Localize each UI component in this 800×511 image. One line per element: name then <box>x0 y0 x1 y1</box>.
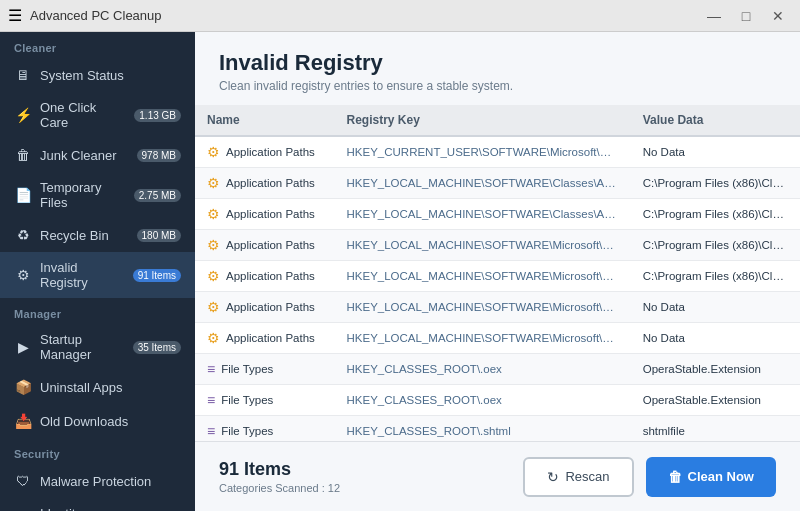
cell-value-data: shtmlfile <box>631 416 800 442</box>
recycle-bin-badge: 180 MB <box>137 229 181 242</box>
cell-value-data: No Data <box>631 292 800 323</box>
page-title: Invalid Registry <box>219 50 776 76</box>
startup-manager-label: Startup Manager <box>40 332 125 362</box>
cell-registry-key: HKEY_LOCAL_MACHINE\SOFTWARE\Microsoft\Wi… <box>335 292 631 323</box>
titlebar: ☰ Advanced PC Cleanup — □ ✕ <box>0 0 800 32</box>
categories-scanned: Categories Scanned : 12 <box>219 482 340 494</box>
row-name-text: Application Paths <box>226 332 315 344</box>
col-name: Name <box>195 105 335 136</box>
startup-manager-icon: ▶ <box>14 338 32 356</box>
row-icon: ⚙ <box>207 206 220 222</box>
cell-registry-key: HKEY_LOCAL_MACHINE\SOFTWARE\Classes\Appl… <box>335 168 631 199</box>
system-status-icon: 🖥 <box>14 66 32 84</box>
table-row: ⚙ Application Paths HKEY_LOCAL_MACHINE\S… <box>195 323 800 354</box>
junk-cleaner-badge: 978 MB <box>137 149 181 162</box>
sidebar-item-junk-cleaner[interactable]: 🗑 Junk Cleaner 978 MB <box>0 138 195 172</box>
uninstall-apps-label: Uninstall Apps <box>40 380 181 395</box>
maximize-button[interactable]: □ <box>732 5 760 27</box>
row-name-text: Application Paths <box>226 301 315 313</box>
sidebar-item-malware-protection[interactable]: 🛡 Malware Protection <box>0 464 195 498</box>
row-name-text: File Types <box>221 425 273 437</box>
minimize-button[interactable]: — <box>700 5 728 27</box>
row-name-text: Application Paths <box>226 208 315 220</box>
row-icon: ⚙ <box>207 175 220 191</box>
page-subtitle: Clean invalid registry entries to ensure… <box>219 79 776 93</box>
cell-registry-key: HKEY_LOCAL_MACHINE\SOFTWARE\Classes\Appl… <box>335 199 631 230</box>
app-title: Advanced PC Cleanup <box>30 8 162 23</box>
cell-registry-key: HKEY_CLASSES_ROOT\.oex <box>335 385 631 416</box>
registry-table-container[interactable]: Name Registry Key Value Data ⚙ Applicati… <box>195 105 800 441</box>
window-controls: — □ ✕ <box>700 5 792 27</box>
content-area: Invalid Registry Clean invalid registry … <box>195 32 800 511</box>
rescan-label: Rescan <box>565 469 609 484</box>
old-downloads-icon: 📥 <box>14 412 32 430</box>
temporary-files-badge: 2.75 MB <box>134 189 181 202</box>
sidebar-item-one-click-care[interactable]: ⚡ One Click Care 1.13 GB <box>0 92 195 138</box>
sidebar-item-temporary-files[interactable]: 📄 Temporary Files 2.75 MB <box>0 172 195 218</box>
content-header: Invalid Registry Clean invalid registry … <box>195 32 800 105</box>
row-icon: ≡ <box>207 423 215 439</box>
manager-section-label: Manager <box>0 298 195 324</box>
cell-name: ≡ File Types <box>195 416 335 442</box>
footer-info: 91 Items Categories Scanned : 12 <box>219 459 340 494</box>
clean-now-button[interactable]: 🗑 Clean Now <box>646 457 776 497</box>
table-row: ⚙ Application Paths HKEY_LOCAL_MACHINE\S… <box>195 261 800 292</box>
recycle-bin-label: Recycle Bin <box>40 228 129 243</box>
table-row: ⚙ Application Paths HKEY_LOCAL_MACHINE\S… <box>195 199 800 230</box>
cell-value-data: OperaStable.Extension <box>631 385 800 416</box>
system-status-label: System Status <box>40 68 181 83</box>
close-button[interactable]: ✕ <box>764 5 792 27</box>
sidebar-item-old-downloads[interactable]: 📥 Old Downloads <box>0 404 195 438</box>
table-row: ⚙ Application Paths HKEY_LOCAL_MACHINE\S… <box>195 168 800 199</box>
old-downloads-label: Old Downloads <box>40 414 181 429</box>
sidebar-item-identity-protection[interactable]: 🔒 Identity Protection 42 Items <box>0 498 195 511</box>
cell-value-data: C:\Program Files (x86)\CleverFiles\ <box>631 261 800 292</box>
footer-bar: 91 Items Categories Scanned : 12 ↻ Resca… <box>195 441 800 511</box>
table-row: ⚙ Application Paths HKEY_LOCAL_MACHINE\S… <box>195 292 800 323</box>
registry-table: Name Registry Key Value Data ⚙ Applicati… <box>195 105 800 441</box>
row-icon: ⚙ <box>207 299 220 315</box>
cell-registry-key: HKEY_CLASSES_ROOT\.shtml <box>335 416 631 442</box>
menu-icon[interactable]: ☰ <box>8 6 22 25</box>
cell-name: ≡ File Types <box>195 385 335 416</box>
table-row: ≡ File Types HKEY_CLASSES_ROOT\.oex Oper… <box>195 385 800 416</box>
cell-value-data: No Data <box>631 136 800 168</box>
temporary-files-label: Temporary Files <box>40 180 126 210</box>
cell-name: ≡ File Types <box>195 354 335 385</box>
sidebar: Cleaner 🖥 System Status ⚡ One Click Care… <box>0 32 195 511</box>
row-name-text: File Types <box>221 363 273 375</box>
cell-registry-key: HKEY_CLASSES_ROOT\.oex <box>335 354 631 385</box>
item-count: 91 Items <box>219 459 340 480</box>
sidebar-item-startup-manager[interactable]: ▶ Startup Manager 35 Items <box>0 324 195 370</box>
one-click-care-badge: 1.13 GB <box>134 109 181 122</box>
cell-value-data: C:\Program Files (x86)\CleverFile... <box>631 168 800 199</box>
invalid-registry-badge: 91 Items <box>133 269 181 282</box>
sidebar-item-system-status[interactable]: 🖥 System Status <box>0 58 195 92</box>
row-icon: ⚙ <box>207 268 220 284</box>
cleaner-section-label: Cleaner <box>0 32 195 58</box>
table-row: ≡ File Types HKEY_CLASSES_ROOT\.shtml sh… <box>195 416 800 442</box>
invalid-registry-icon: ⚙ <box>14 266 32 284</box>
row-name-text: Application Paths <box>226 177 315 189</box>
startup-manager-badge: 35 Items <box>133 341 181 354</box>
col-registry-key: Registry Key <box>335 105 631 136</box>
main-container: Cleaner 🖥 System Status ⚡ One Click Care… <box>0 32 800 511</box>
junk-cleaner-icon: 🗑 <box>14 146 32 164</box>
sidebar-item-recycle-bin[interactable]: ♻ Recycle Bin 180 MB <box>0 218 195 252</box>
cell-name: ⚙ Application Paths <box>195 230 335 261</box>
table-header-row: Name Registry Key Value Data <box>195 105 800 136</box>
cell-registry-key: HKEY_LOCAL_MACHINE\SOFTWARE\Microsoft\Wi… <box>335 230 631 261</box>
row-name-text: Application Paths <box>226 146 315 158</box>
sidebar-item-invalid-registry[interactable]: ⚙ Invalid Registry 91 Items <box>0 252 195 298</box>
cell-name: ⚙ Application Paths <box>195 168 335 199</box>
junk-cleaner-label: Junk Cleaner <box>40 148 129 163</box>
titlebar-left: ☰ Advanced PC Cleanup <box>8 6 162 25</box>
footer-buttons: ↻ Rescan 🗑 Clean Now <box>523 457 776 497</box>
row-icon: ≡ <box>207 361 215 377</box>
cell-value-data: No Data <box>631 323 800 354</box>
sidebar-item-uninstall-apps[interactable]: 📦 Uninstall Apps <box>0 370 195 404</box>
rescan-button[interactable]: ↻ Rescan <box>523 457 633 497</box>
cell-name: ⚙ Application Paths <box>195 199 335 230</box>
table-row: ⚙ Application Paths HKEY_LOCAL_MACHINE\S… <box>195 230 800 261</box>
security-section-label: Security <box>0 438 195 464</box>
